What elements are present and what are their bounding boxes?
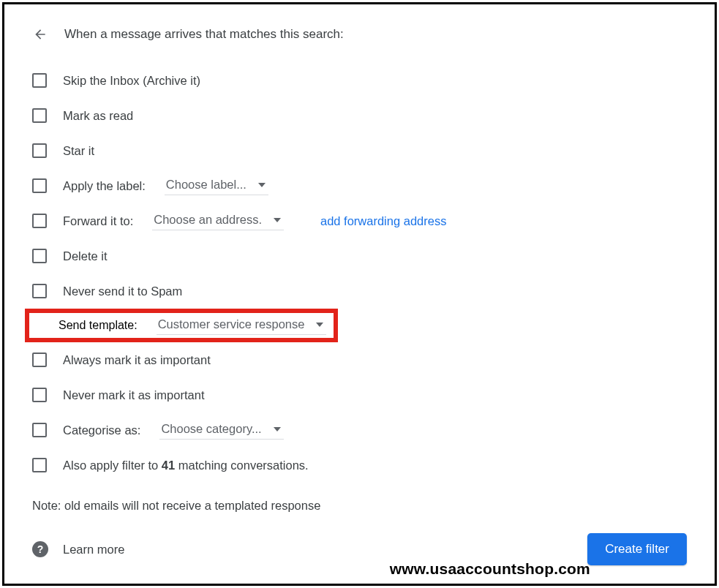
option-never-spam: Never send it to Spam	[32, 274, 687, 309]
checkbox-also-apply[interactable]	[32, 458, 47, 472]
label-forward-to: Forward it to:	[63, 214, 133, 228]
label-delete-it: Delete it	[63, 249, 108, 263]
checkbox-skip-inbox[interactable]	[32, 73, 47, 88]
checkbox-send-template[interactable]	[32, 319, 42, 332]
label-never-important: Never mark it as important	[63, 388, 204, 402]
label-always-important: Always mark it as important	[63, 353, 211, 367]
chevron-down-icon	[274, 218, 281, 222]
option-also-apply: Also apply filter to 41 matching convers…	[32, 448, 687, 483]
option-never-important: Never mark it as important	[32, 377, 687, 412]
learn-more-link[interactable]: Learn more	[63, 543, 124, 557]
also-apply-count: 41	[162, 459, 175, 472]
chevron-down-icon	[274, 427, 281, 431]
dropdown-forward-to-text: Choose an address.	[154, 213, 262, 227]
checkbox-delete-it[interactable]	[32, 249, 47, 263]
dropdown-forward-to[interactable]: Choose an address.	[152, 211, 284, 230]
header-title: When a message arrives that matches this…	[64, 27, 344, 42]
create-filter-button[interactable]: Create filter	[587, 533, 687, 565]
label-never-spam: Never send it to Spam	[63, 284, 182, 298]
option-always-important: Always mark it as important	[32, 342, 687, 377]
watermark-text: www.usaaccountshop.com	[390, 560, 590, 578]
label-also-apply: Also apply filter to 41 matching convers…	[63, 459, 309, 472]
option-skip-inbox: Skip the Inbox (Archive it)	[32, 63, 687, 98]
link-add-forwarding[interactable]: add forwarding address	[320, 214, 446, 228]
header-row: When a message arrives that matches this…	[32, 26, 687, 42]
note-text: Note: old emails will not receive a temp…	[32, 499, 687, 513]
back-arrow-icon[interactable]	[32, 26, 48, 42]
also-apply-suffix: matching conversations.	[175, 459, 309, 472]
learn-more-group: ? Learn more	[32, 541, 124, 557]
checkbox-never-important[interactable]	[32, 388, 47, 402]
highlighted-send-template: Send template: Customer service response	[25, 309, 338, 342]
checkbox-always-important[interactable]	[32, 353, 47, 367]
checkbox-categorise-as[interactable]	[32, 423, 47, 437]
dropdown-apply-label[interactable]: Choose label...	[165, 176, 268, 195]
dropdown-send-template[interactable]: Customer service response	[157, 316, 327, 335]
label-skip-inbox: Skip the Inbox (Archive it)	[63, 74, 200, 88]
option-categorise-as: Categorise as: Choose category...	[32, 412, 687, 448]
label-mark-read: Mark as read	[63, 109, 133, 123]
chevron-down-icon	[316, 323, 323, 327]
checkbox-never-spam[interactable]	[32, 284, 47, 298]
label-apply-label: Apply the label:	[63, 179, 146, 193]
chevron-down-icon	[258, 183, 266, 187]
checkbox-forward-to[interactable]	[32, 214, 47, 228]
checkbox-star-it[interactable]	[32, 143, 47, 158]
dropdown-categorise-as[interactable]: Choose category...	[159, 421, 283, 440]
option-delete-it: Delete it	[32, 238, 687, 274]
also-apply-prefix: Also apply filter to	[63, 459, 162, 472]
label-star-it: Star it	[63, 144, 94, 158]
filter-actions-panel: When a message arrives that matches this…	[2, 2, 717, 586]
checkbox-apply-label[interactable]	[32, 178, 47, 193]
checkbox-mark-read[interactable]	[32, 108, 47, 123]
option-forward-to: Forward it to: Choose an address. add fo…	[32, 203, 687, 238]
dropdown-apply-label-text: Choose label...	[166, 178, 246, 192]
option-apply-label: Apply the label: Choose label...	[32, 168, 687, 203]
option-mark-read: Mark as read	[32, 98, 687, 133]
dropdown-send-template-text: Customer service response	[158, 317, 305, 331]
label-categorise-as: Categorise as:	[63, 423, 140, 437]
help-icon[interactable]: ?	[32, 541, 48, 557]
option-star-it: Star it	[32, 133, 687, 168]
label-send-template: Send template:	[59, 319, 138, 332]
dropdown-categorise-as-text: Choose category...	[161, 422, 261, 436]
